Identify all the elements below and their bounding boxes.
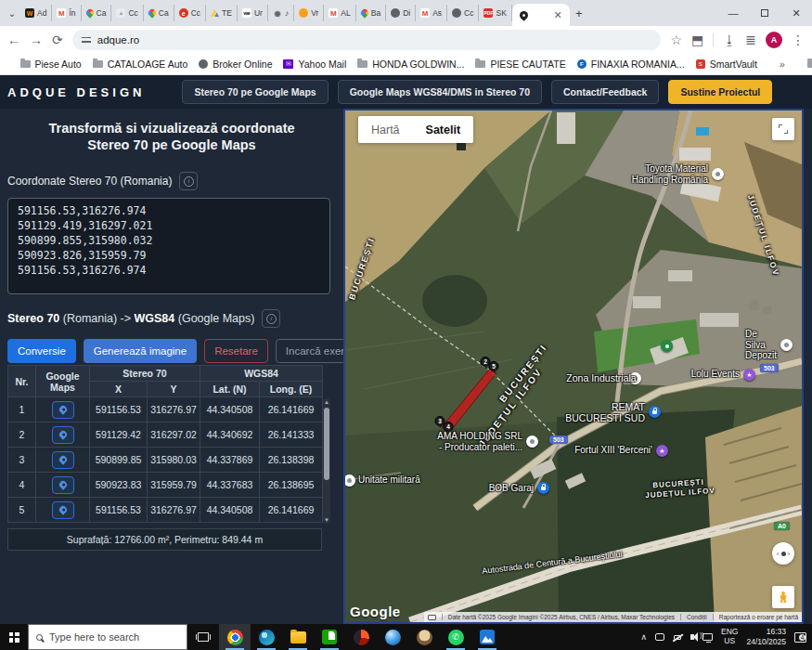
bookmark-item[interactable]: SSmartVault bbox=[696, 58, 757, 70]
vertex-pin-5[interactable]: 5 bbox=[489, 361, 499, 371]
browser-tab-audio[interactable]: ◉♪ bbox=[268, 5, 294, 21]
active-tab[interactable]: ✕ bbox=[512, 4, 570, 26]
taskbar-search[interactable]: Type here to search bbox=[28, 624, 187, 650]
tray-expand-icon[interactable]: ∧ bbox=[640, 632, 647, 642]
bookmark-folder[interactable]: CATALOAGE Auto bbox=[93, 58, 188, 70]
bookmark-folder[interactable]: HONDA GOLDWIN... bbox=[357, 58, 464, 70]
browser-tab[interactable]: Ca bbox=[144, 5, 174, 21]
network-icon[interactable] bbox=[702, 633, 713, 641]
minimize-button[interactable]: — bbox=[717, 0, 749, 26]
map-label-lolu[interactable]: Lolu Events bbox=[691, 369, 740, 380]
close-tab-icon[interactable]: ✕ bbox=[554, 10, 562, 20]
media-hub-icon[interactable]: ≣ bbox=[745, 33, 756, 46]
poi-marker-shopping[interactable] bbox=[661, 340, 673, 352]
maximize-button[interactable] bbox=[749, 0, 780, 26]
tray-pen-disabled-icon[interactable] bbox=[673, 633, 682, 642]
taskbar-app-sphere[interactable] bbox=[377, 624, 408, 650]
reset-button[interactable]: Resetare bbox=[204, 339, 268, 363]
bookmarks-overflow-icon[interactable]: » bbox=[780, 58, 785, 70]
taskbar-app-swirl[interactable] bbox=[345, 624, 377, 650]
map-label-remat[interactable]: REMAT BUCURESTI SUD bbox=[565, 401, 645, 423]
map-label-toyota[interactable]: Toyota Material Handling România bbox=[632, 163, 708, 185]
browser-tab[interactable]: WAd bbox=[20, 5, 52, 21]
map-label-desilva[interactable]: De Silva Depozit bbox=[745, 329, 777, 361]
reload-button[interactable]: ⟳ bbox=[52, 33, 63, 46]
browser-tab[interactable]: MAs bbox=[416, 5, 447, 21]
menu-icon[interactable]: ⋮ bbox=[792, 33, 805, 46]
taskbar-app-libreoffice[interactable] bbox=[314, 624, 345, 650]
volume-icon[interactable] bbox=[690, 634, 694, 640]
info-button[interactable]: i bbox=[179, 172, 198, 190]
keyboard-icon[interactable] bbox=[428, 615, 436, 620]
url-text[interactable]: adque.ro bbox=[97, 34, 139, 46]
language-indicator[interactable]: ENGUS bbox=[721, 628, 738, 646]
nav-contact-button[interactable]: Contact/Feedback bbox=[551, 80, 659, 104]
show-on-map-button[interactable] bbox=[52, 476, 74, 494]
fullscreen-button[interactable] bbox=[772, 118, 794, 140]
show-on-map-button[interactable] bbox=[52, 501, 74, 519]
report-error-link[interactable]: Raportează o eroare pe hartă bbox=[719, 614, 798, 620]
site-settings-icon[interactable] bbox=[82, 36, 91, 44]
browser-tab[interactable]: Cc bbox=[447, 5, 479, 21]
nav-stereo70-button[interactable]: Stereo 70 pe Google Maps bbox=[182, 80, 328, 104]
convert-button[interactable]: Conversie bbox=[7, 339, 76, 363]
rotate-right-icon[interactable]: › bbox=[788, 550, 791, 558]
pegman-control[interactable] bbox=[772, 586, 794, 608]
downloads-icon[interactable]: ⭳ bbox=[723, 33, 736, 46]
new-tab-button[interactable]: + bbox=[570, 4, 588, 22]
forward-button[interactable]: → bbox=[30, 33, 43, 46]
taskbar-app-explorer[interactable] bbox=[282, 624, 314, 650]
browser-tab[interactable]: MÎn bbox=[52, 5, 81, 21]
poi-marker-toyota[interactable] bbox=[712, 168, 724, 180]
extensions-icon[interactable]: ⬒ bbox=[691, 33, 703, 46]
generate-image-button[interactable]: Generează imagine bbox=[84, 339, 197, 363]
nav-support-button[interactable]: Sustine Proiectul bbox=[668, 80, 772, 104]
browser-tab[interactable]: PDFSK bbox=[479, 5, 511, 21]
map-type-satelit[interactable]: Satelit bbox=[413, 116, 474, 143]
bookmark-folder[interactable]: PIESE CAUTATE bbox=[475, 58, 565, 70]
apps-grid-icon[interactable] bbox=[7, 59, 9, 69]
browser-tab[interactable]: MAL bbox=[324, 5, 355, 21]
terms-link[interactable]: Condiții bbox=[687, 614, 707, 620]
poi-marker-lolu[interactable]: ★ bbox=[743, 369, 755, 381]
taskbar-app-photos[interactable] bbox=[471, 624, 503, 650]
close-window-button[interactable]: ✕ bbox=[780, 0, 812, 26]
browser-tab[interactable]: Di bbox=[386, 5, 416, 21]
rotate-control[interactable]: ‹› bbox=[772, 542, 794, 565]
map-type-harta[interactable]: Hartă bbox=[358, 116, 413, 143]
scroll-up-icon[interactable]: ▲ bbox=[323, 399, 330, 405]
taskbar-app-edge[interactable] bbox=[251, 624, 282, 650]
browser-tab[interactable]: Ba bbox=[356, 5, 386, 21]
poi-marker-unitate[interactable] bbox=[343, 474, 355, 487]
tab-search-button[interactable]: ⌄ bbox=[4, 5, 20, 21]
taskbar-app-mascot[interactable] bbox=[408, 624, 440, 650]
rotate-left-icon[interactable]: ‹ bbox=[777, 550, 780, 558]
bookmark-item[interactable]: ✉Yahoo Mail bbox=[283, 58, 346, 70]
taskbar-app-whatsapp[interactable]: ✆ bbox=[440, 624, 471, 650]
browser-tab[interactable]: eCc bbox=[174, 5, 206, 21]
poi-marker-fortul[interactable]: ★ bbox=[656, 445, 668, 457]
show-on-map-button[interactable] bbox=[52, 426, 74, 444]
back-button[interactable]: ← bbox=[7, 33, 20, 46]
nav-wgs84-button[interactable]: Google Maps WGS84/DMS in Stereo 70 bbox=[338, 80, 542, 104]
tray-device-icon[interactable] bbox=[655, 633, 664, 641]
task-view-button[interactable] bbox=[187, 624, 219, 650]
show-on-map-button[interactable] bbox=[52, 451, 74, 469]
poi-marker-bob[interactable] bbox=[537, 482, 549, 494]
browser-tab[interactable]: ▲Cc bbox=[111, 5, 143, 21]
poi-marker-remat[interactable] bbox=[649, 406, 661, 418]
bookmark-item[interactable]: FFINAXIA ROMANIA... bbox=[577, 58, 685, 70]
info-button[interactable]: i bbox=[262, 309, 280, 328]
profile-avatar[interactable]: A bbox=[766, 32, 782, 48]
google-map[interactable]: BUCUREȘTI BUCUREȘTI JUDEȚUL ILFOV JUDEȚU… bbox=[343, 109, 804, 624]
map-label-unitate[interactable]: Unitate militară bbox=[358, 474, 420, 486]
poi-marker-ama[interactable] bbox=[526, 436, 538, 448]
show-on-map-button[interactable] bbox=[52, 401, 74, 419]
vertex-pin-4[interactable]: 4 bbox=[444, 422, 454, 432]
scrollbar-thumb[interactable] bbox=[324, 408, 329, 480]
poi-marker-desilva[interactable] bbox=[780, 339, 793, 351]
clock[interactable]: 16:3324/10/2025 bbox=[746, 627, 786, 646]
notification-center-icon[interactable]: 4 bbox=[794, 632, 806, 643]
start-button[interactable] bbox=[0, 624, 28, 650]
map-label-bob[interactable]: BOB Garaj bbox=[489, 483, 534, 494]
